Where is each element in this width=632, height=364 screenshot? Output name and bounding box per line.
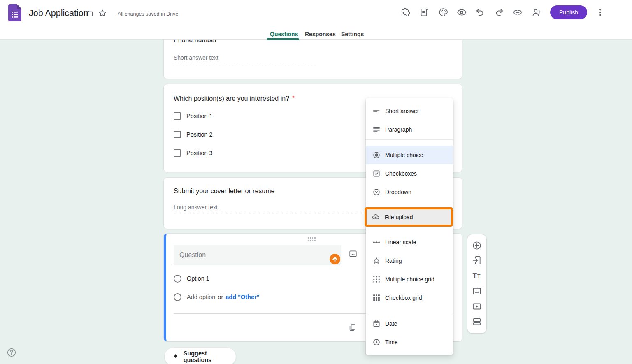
checkbox-option-row[interactable]: Position 2 [164,130,213,139]
radio-icon[interactable] [174,275,181,283]
question-title-input[interactable]: Question [174,245,341,265]
date-icon [372,320,381,328]
required-asterisk: * [292,95,295,102]
add-title-text-icon[interactable]: T T [472,271,482,281]
preview-eye-icon[interactable] [457,7,467,17]
save-status[interactable]: All changes saved in Drive [118,11,178,17]
option-label: Position 2 [186,131,213,138]
menu-item-label: Linear scale [385,239,416,246]
menu-divider [366,313,453,313]
suggest-questions-label: Suggest questions [184,350,236,363]
checkboxes-icon [372,169,381,178]
menu-item-label: Rating [385,257,402,264]
svg-text:T: T [477,274,481,279]
menu-item-paragraph[interactable]: Paragraph [366,120,453,139]
file-upload-icon [372,213,380,221]
option-label: Position 3 [186,150,213,156]
tab-questions[interactable]: Questions [270,31,298,37]
menu-item-label: Short answer [385,108,419,114]
add-question-icon[interactable] [472,241,482,250]
add-collaborator-icon[interactable] [532,7,541,17]
redo-icon[interactable] [494,7,504,17]
duplicate-icon[interactable] [348,323,357,332]
multiple-choice-icon [372,151,381,159]
checkbox-grid-icon [372,294,381,302]
theme-palette-icon[interactable] [438,7,448,17]
add-option-label[interactable]: Add option [187,294,215,300]
add-image-icon[interactable] [472,286,482,296]
menu-item-multiple-choice[interactable]: Multiple choice [366,146,453,164]
more-options-kebab-icon[interactable] [595,7,605,17]
menu-item-label: Multiple choice grid [385,276,434,283]
menu-item-label: Dropdown [385,189,411,195]
add-other-link[interactable]: add "Other" [225,294,259,300]
suggest-questions-button[interactable]: Suggest questions [165,348,236,364]
tab-responses[interactable]: Responses [305,31,336,37]
linear-scale-icon [372,238,381,246]
menu-item-file-upload-highlighted[interactable]: File upload [365,207,453,227]
add-video-icon[interactable] [472,301,482,311]
undo-icon[interactable] [475,7,485,17]
radio-icon [174,293,181,301]
menu-item-rating[interactable]: Rating [366,251,453,270]
top-app-bar: Job Application All changes saved in Dri… [0,0,632,26]
checkbox-icon[interactable] [174,149,181,157]
star-icon[interactable] [98,9,107,18]
short-answer-icon [372,107,381,115]
time-icon [372,338,381,346]
help-circle-icon[interactable] [7,348,16,357]
svg-text:T: T [473,272,477,280]
google-forms-logo-icon[interactable] [8,4,21,21]
dropdown-icon [372,188,381,196]
menu-item-linear-scale[interactable]: Linear scale [366,233,453,251]
add-section-icon[interactable] [472,317,482,327]
multiple-choice-grid-icon [372,275,381,283]
drag-handle-icon[interactable] [307,237,316,241]
menu-item-short-answer[interactable]: Short answer [366,102,453,120]
menu-divider [366,139,453,140]
or-text: or [218,294,223,300]
checkbox-icon[interactable] [174,112,181,120]
answer-underline [174,63,314,63]
menu-item-checkboxes[interactable]: Checkboxes [366,164,453,183]
tab-settings[interactable]: Settings [341,31,364,37]
question-title-text: Which position(s) are you interested in? [174,95,289,102]
summarize-doc-sparkle-icon[interactable] [419,7,429,17]
move-folder-icon[interactable] [85,9,93,18]
side-toolbar: T T [467,234,486,333]
question-title: Which position(s) are you interested in?… [174,95,295,102]
import-questions-icon[interactable] [472,255,482,265]
short-answer-hint: Short answer text [174,54,218,61]
menu-item-dropdown[interactable]: Dropdown [366,183,453,201]
checkbox-option-row[interactable]: Position 1 [164,111,213,121]
menu-item-label: Checkboxes [385,170,417,177]
add-ons-puzzle-icon[interactable] [401,7,411,17]
menu-item-date[interactable]: Date [366,314,453,333]
form-title[interactable]: Job Application [29,8,88,19]
menu-divider [366,202,453,202]
copy-link-icon[interactable] [513,7,523,17]
checkbox-option-row[interactable]: Position 3 [164,148,213,158]
menu-item-checkbox-grid[interactable]: Checkbox grid [366,288,453,307]
add-image-icon[interactable] [349,249,358,258]
question-title: Submit your cover letter or resume [174,188,274,195]
menu-item-label: File upload [385,214,413,220]
menu-item-label: Paragraph [385,126,412,133]
long-answer-hint: Long answer text [174,204,218,211]
checkbox-icon[interactable] [174,131,181,138]
question-type-menu: Short answer Paragraph Multiple choice C… [366,98,453,355]
radio-option-row[interactable]: Option 1 [166,274,209,283]
rating-icon [372,257,381,265]
menu-item-label: Checkbox grid [385,294,422,301]
option-label[interactable]: Option 1 [187,275,209,282]
option-label: Position 1 [186,113,213,119]
menu-item-label: Date [385,320,397,327]
menu-item-multiple-choice-grid[interactable]: Multiple choice grid [366,270,453,288]
menu-item-label: Multiple choice [385,152,423,158]
paragraph-icon [372,125,381,134]
menu-item-time[interactable]: Time [366,333,453,351]
add-option-row[interactable]: Add option or add "Other" [166,292,259,301]
menu-divider [366,231,453,231]
publish-button[interactable]: Publish [550,5,587,19]
menu-item-label: Time [385,339,398,345]
